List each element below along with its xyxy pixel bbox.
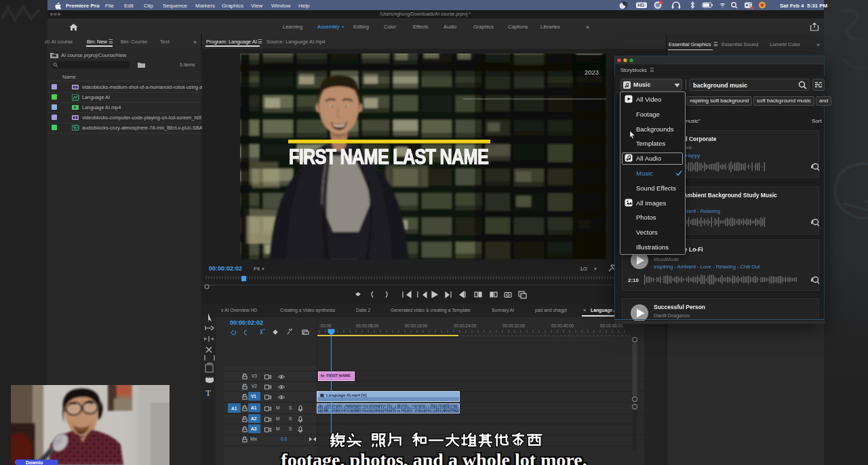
svg-text:FIRST NAME LAST NAME: FIRST NAME LAST NAME bbox=[289, 145, 488, 169]
svg-text:2023: 2023 bbox=[585, 68, 599, 76]
svg-text:HD: HD bbox=[637, 3, 644, 7]
svg-text:T: T bbox=[205, 388, 211, 398]
